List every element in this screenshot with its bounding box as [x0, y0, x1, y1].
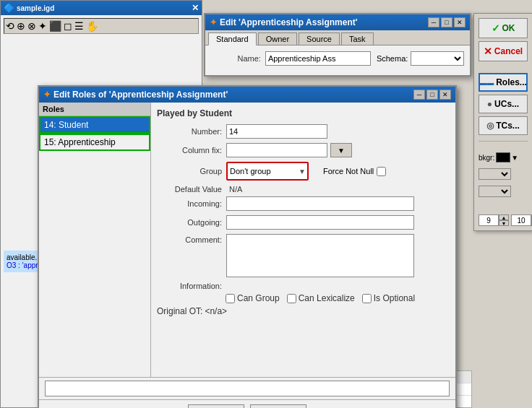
roles-form-panel: Played by Student Number: Column fix: ▼ …: [151, 103, 455, 377]
ucs-button[interactable]: ● UCs...: [479, 95, 528, 113]
can-lexicalize-checkbox[interactable]: [287, 294, 296, 303]
bg-title-text: sample.igd: [17, 4, 54, 12]
toolbar-icon-1[interactable]: ⟲: [6, 20, 14, 32]
bg-titlebar: 🔷 sample.igd ✕: [1, 1, 202, 15]
default-value-label: Default Value: [157, 185, 222, 194]
roles-dialog-title: Edit Roles of 'Apprenticeship Assignment…: [53, 90, 228, 100]
close-button-roles[interactable]: ✕ Close: [250, 404, 306, 408]
bg-close-icon[interactable]: ✕: [192, 3, 199, 13]
roles-button[interactable]: ▬▬ Roles...: [479, 73, 528, 92]
outgoing-input[interactable]: [226, 215, 414, 230]
group-label: Group: [157, 167, 222, 175]
color-swatch-black: [496, 152, 510, 162]
group-select-wrapper: Don't group Group Force group ▼: [226, 162, 309, 181]
main-edit-dialog: ✦ Edit 'Apprenticeship Assignment' ─ □ ✕…: [204, 13, 471, 77]
roles-section-title: Played by Student: [157, 108, 450, 118]
comment-textarea[interactable]: [226, 234, 414, 277]
number-input[interactable]: [226, 124, 327, 139]
bg-app-icon: 🔷: [4, 3, 14, 13]
spinner-input-2[interactable]: [511, 214, 531, 226]
name-input[interactable]: [265, 51, 371, 66]
roles-item-15-text: 15: Apprenticeship: [44, 137, 116, 147]
toolbar-icon-7[interactable]: ☰: [74, 20, 84, 32]
tab-owner[interactable]: Owner: [258, 32, 297, 45]
roles-list-item-15[interactable]: 15: Apprenticeship: [39, 134, 150, 151]
dialog-tabs: Standard Owner Source Task: [205, 30, 470, 45]
can-lexicalize-label: Can Lexicalize: [287, 293, 355, 303]
maximize-button[interactable]: □: [441, 17, 452, 27]
roles-list-header: Roles: [39, 103, 150, 116]
column-fix-button[interactable]: ▼: [330, 143, 352, 157]
incoming-input[interactable]: [226, 196, 414, 211]
close-button[interactable]: ✕: [454, 17, 466, 27]
tab-task[interactable]: Task: [341, 32, 374, 45]
ucs-icon: ●: [487, 99, 492, 109]
roles-list-panel: Roles 14: Student 15: Apprenticeship: [39, 103, 151, 377]
roles-item-14-text: 14: Student: [44, 120, 88, 130]
is-optional-checkbox[interactable]: [362, 294, 372, 303]
apply-button[interactable]: ✓ Apply: [188, 404, 244, 408]
toolbar-icon-4[interactable]: ✦: [38, 20, 47, 32]
minimize-button[interactable]: ─: [428, 17, 439, 27]
toolbar-icon-3[interactable]: ⊗: [27, 20, 36, 32]
can-group-label: Can Group: [226, 293, 280, 303]
roles-dialog: ✦ Edit Roles of 'Apprenticeship Assignme…: [38, 85, 457, 408]
main-dialog-title: Edit 'Apprenticeship Assignment': [220, 17, 358, 27]
name-label: Name:: [211, 54, 261, 63]
original-ot-label: Original OT:: [157, 306, 202, 316]
toolbar-icon-2[interactable]: ⊕: [17, 20, 25, 32]
roles-dialog-icon: ✦: [43, 90, 51, 100]
ok-check-icon: ✓: [492, 22, 500, 34]
force-not-null-checkbox[interactable]: [377, 167, 386, 176]
tab-standard[interactable]: Standard: [208, 32, 257, 45]
toolbar-icon-5[interactable]: ⬛: [49, 20, 61, 32]
cancel-button[interactable]: ✕ Cancel: [479, 41, 528, 61]
is-optional-label: Is Optional: [362, 293, 415, 303]
roles-footer-input[interactable]: [45, 381, 450, 396]
roles-close-button[interactable]: ✕: [439, 90, 451, 100]
spinner-down-1[interactable]: ▼: [499, 220, 509, 226]
toolbar-icon-8[interactable]: ✋: [86, 20, 98, 32]
tab-source[interactable]: Source: [299, 32, 340, 45]
spinner-input-1[interactable]: [479, 214, 499, 226]
force-not-null-label: Force Not Null: [323, 167, 374, 175]
original-ot-value: <n/a>: [205, 306, 227, 316]
outgoing-label: Outgoing:: [157, 218, 222, 227]
roles-minimize-button[interactable]: ─: [413, 90, 425, 100]
roles-footer: ✓ Apply ✕ Close: [39, 399, 455, 408]
ok-button[interactable]: ✓ OK: [479, 18, 528, 38]
bkgr-label: bkgr:: [479, 154, 494, 162]
roles-icon: ▬▬: [479, 79, 494, 87]
group-select[interactable]: Don't group Group Force group: [228, 163, 307, 179]
incoming-label: Incoming:: [157, 199, 222, 208]
comment-label: Comment:: [157, 235, 222, 244]
main-dialog-icon: ✦: [210, 17, 217, 27]
right-panel: ✓ OK ✕ Cancel ▬▬ Roles... ● UCs... ◎ TCs…: [473, 13, 532, 231]
roles-maximize-button[interactable]: □: [426, 90, 438, 100]
spinner-up-1[interactable]: ▲: [499, 214, 509, 220]
schema-label: Schema:: [377, 54, 408, 63]
schema-select[interactable]: [411, 51, 464, 66]
color-dropdown-2[interactable]: [479, 186, 511, 197]
toolbar-icon-6[interactable]: ◻: [64, 20, 72, 32]
color-dropdown-1[interactable]: [479, 168, 511, 180]
roles-dialog-titlebar: ✦ Edit Roles of 'Apprenticeship Assignme…: [39, 87, 455, 103]
tcs-icon: ◎: [486, 121, 494, 131]
color-dropdown-icon[interactable]: ▼: [511, 154, 518, 162]
main-dialog-titlebar: ✦ Edit 'Apprenticeship Assignment' ─ □ ✕: [205, 14, 470, 30]
column-fix-input[interactable]: [226, 143, 327, 157]
roles-list: 14: Student 15: Apprenticeship: [39, 116, 150, 151]
column-fix-label: Column fix:: [157, 146, 222, 155]
number-label: Number:: [157, 127, 222, 136]
can-group-checkbox[interactable]: [226, 294, 235, 303]
roles-list-item-14[interactable]: 14: Student: [39, 116, 150, 134]
default-value-text: N/A: [229, 185, 242, 194]
tcs-button[interactable]: ◎ TCs...: [479, 116, 528, 135]
cancel-cross-icon: ✕: [484, 45, 492, 57]
information-label: Information:: [157, 282, 222, 290]
